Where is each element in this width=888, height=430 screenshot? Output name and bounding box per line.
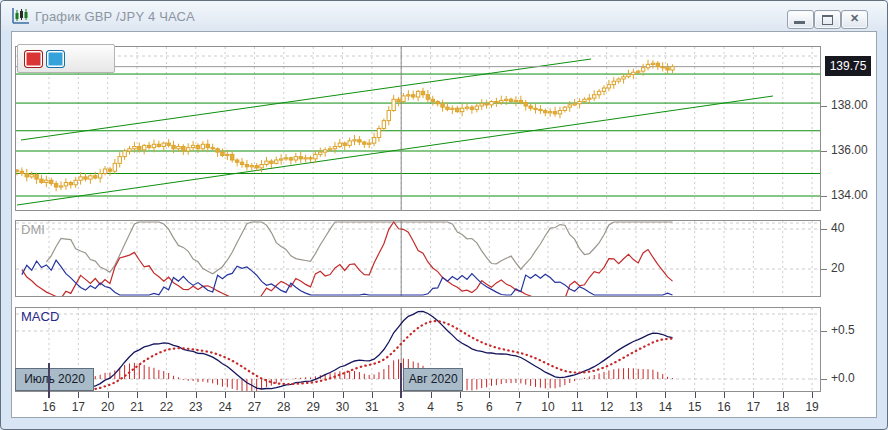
candle-body [309, 158, 312, 159]
time-tick [225, 392, 226, 398]
price-panel[interactable] [15, 46, 821, 211]
candle-body [275, 160, 278, 163]
candle-body [421, 91, 424, 94]
candle-body [187, 148, 190, 151]
candle-body [54, 184, 57, 187]
candle-body [671, 67, 674, 70]
dmi-panel[interactable] [15, 220, 821, 297]
minimize-icon [794, 21, 805, 24]
price-axis-label-tick [821, 196, 827, 197]
price-axis-label-tick [821, 106, 827, 107]
candles-group [15, 60, 674, 192]
time-tick [607, 392, 608, 398]
candle-body [182, 147, 185, 152]
minimize-button[interactable] [787, 10, 814, 29]
candle-body [602, 88, 605, 91]
candle-body [363, 142, 366, 144]
close-button[interactable]: ✕ [841, 10, 868, 29]
candle-body [30, 175, 33, 177]
candle-body [441, 104, 444, 107]
candle-body [641, 68, 644, 71]
candle-body [94, 176, 97, 178]
candle-body [338, 143, 341, 146]
price-axis-label: 138.00 [831, 98, 868, 112]
price-axis-label: 134.00 [831, 188, 868, 202]
month-label-box: Июль 2020 [15, 368, 94, 391]
candle-body [436, 102, 439, 104]
candle-body [593, 95, 596, 98]
candle-body [416, 91, 419, 97]
candle-body [666, 68, 669, 70]
time-axis-label: 17 [72, 400, 85, 414]
time-tick [343, 392, 344, 398]
candle-body [20, 171, 23, 173]
candle-body [289, 158, 292, 160]
panel-border [16, 47, 821, 211]
time-axis-label: 12 [600, 400, 613, 414]
time-tick [724, 392, 725, 398]
candle-body [64, 183, 67, 186]
restore-button[interactable] [814, 10, 841, 29]
time-tick [284, 392, 285, 398]
candle-body [123, 151, 126, 157]
candle-body [314, 154, 317, 159]
candle-body [402, 96, 405, 102]
dmi-chart-canvas[interactable] [15, 220, 821, 297]
candle-body [103, 169, 106, 174]
candle-body [583, 99, 586, 101]
candle-body [597, 91, 600, 94]
candle-body [196, 145, 199, 148]
time-tick [78, 392, 79, 398]
macd-axis-label: +0.5 [831, 323, 855, 337]
candle-body [387, 111, 390, 121]
candle-body [172, 145, 175, 148]
candle-body [250, 166, 253, 167]
candle-body [500, 100, 503, 102]
time-tick [137, 392, 138, 398]
adx-line [46, 222, 672, 274]
time-axis-label: 16 [717, 400, 730, 414]
minus-di-line [22, 260, 673, 295]
candle-body [304, 158, 307, 159]
candle-body [553, 112, 556, 114]
candle-body [118, 157, 121, 164]
candle-body [113, 163, 116, 171]
time-tick [196, 392, 197, 398]
candle-body [456, 108, 459, 111]
candle-body [167, 143, 170, 145]
candle-body [157, 144, 160, 146]
candle-body [495, 102, 498, 103]
candle-body [35, 175, 38, 180]
candle-body [480, 104, 483, 106]
title-bar[interactable]: График GBP /JPY 4 ЧАСА ✕ [1, 1, 887, 31]
candle-body [460, 108, 463, 111]
price-axis-label: 136.00 [831, 143, 868, 157]
buy-button[interactable] [46, 50, 65, 68]
panel-border [16, 221, 821, 297]
candle-body [651, 63, 654, 64]
candle-body [284, 158, 287, 159]
candle-body [40, 179, 43, 182]
candle-body [299, 157, 302, 159]
candle-body [377, 129, 380, 138]
candle-body [563, 107, 566, 110]
candle-body [612, 81, 615, 84]
candle-body [656, 63, 659, 66]
candle-body [519, 100, 522, 102]
time-tick [313, 392, 314, 398]
current-price-tag: 139.75 [825, 56, 871, 76]
candle-body [162, 143, 165, 146]
time-axis-label: 28 [277, 400, 290, 414]
chart-window: График GBP /JPY 4 ЧАСА ✕ DMI MACD 139.75… [0, 0, 888, 430]
candle-body [573, 104, 576, 105]
sell-button[interactable] [24, 50, 43, 68]
candle-body [509, 99, 512, 101]
candle-body [235, 160, 238, 162]
candle-body [177, 147, 180, 149]
time-axis-label: 5 [457, 400, 464, 414]
time-tick [753, 392, 754, 398]
macd-axis-label-tick [821, 379, 827, 380]
candle-body [206, 144, 209, 147]
time-tick [548, 392, 549, 398]
price-chart-canvas[interactable] [15, 46, 821, 211]
